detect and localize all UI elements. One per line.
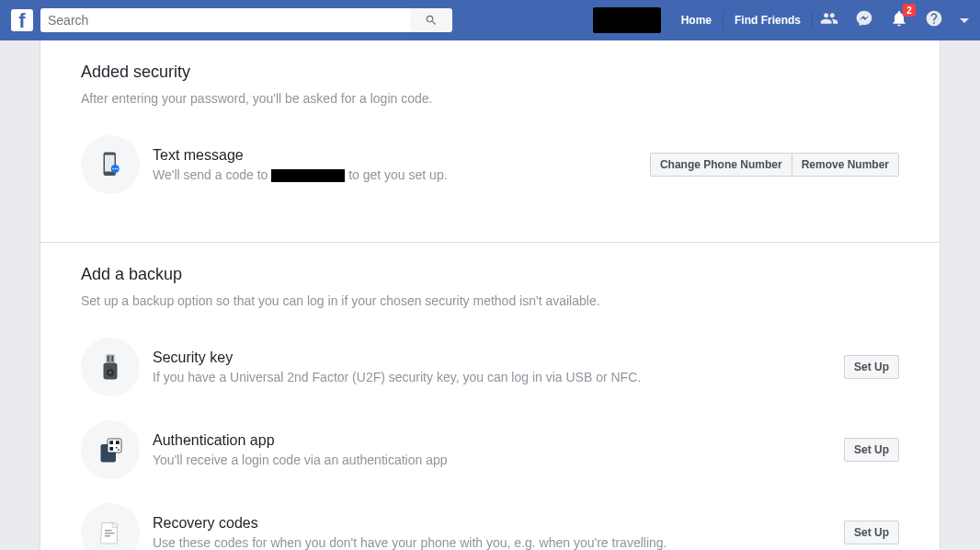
setup-auth-app-button[interactable]: Set Up <box>844 438 899 462</box>
item-title: Security key <box>153 349 831 366</box>
svg-point-4 <box>115 168 117 170</box>
svg-point-11 <box>109 372 112 374</box>
help-button[interactable] <box>925 9 943 31</box>
search-icon <box>425 14 438 27</box>
settings-card: Added security After entering your passw… <box>40 40 940 550</box>
svg-rect-20 <box>105 530 112 532</box>
svg-rect-7 <box>108 356 109 361</box>
section-title: Add a backup <box>81 265 899 284</box>
recovery-codes-item: Recovery codes Use these codes for when … <box>81 498 899 550</box>
messenger-button[interactable] <box>855 9 873 31</box>
svg-rect-8 <box>112 356 114 361</box>
security-key-item: Security key If you have a Universal 2nd… <box>81 330 899 415</box>
item-desc: You'll receive a login code via an authe… <box>153 453 831 467</box>
notifications-button[interactable]: 2 <box>890 9 908 31</box>
security-key-icon <box>81 338 140 396</box>
messenger-icon <box>855 9 873 28</box>
help-icon <box>925 9 943 28</box>
friend-requests-button[interactable] <box>820 9 838 31</box>
auth-app-item: Authentication app You'll receive a logi… <box>81 415 899 498</box>
phone-icon <box>81 135 140 194</box>
item-title: Authentication app <box>153 432 831 449</box>
auth-app-icon <box>81 420 140 479</box>
header-icons: 2 <box>820 9 969 31</box>
search-container <box>40 8 452 32</box>
nav-home[interactable]: Home <box>672 14 721 27</box>
page-body: Added security After entering your passw… <box>0 40 980 550</box>
section-title: Added security <box>81 63 899 82</box>
text-message-item: Text message We'll send a code to to get… <box>81 128 899 212</box>
svg-point-3 <box>112 168 114 170</box>
setup-security-key-button[interactable]: Set Up <box>844 355 899 379</box>
item-body: Recovery codes Use these codes for when … <box>153 515 831 550</box>
added-security-section: Added security After entering your passw… <box>40 40 940 243</box>
search-input[interactable] <box>40 8 410 32</box>
friends-icon <box>820 9 838 28</box>
setup-recovery-codes-button[interactable]: Set Up <box>844 521 899 544</box>
svg-rect-6 <box>107 355 115 363</box>
svg-rect-21 <box>105 533 115 534</box>
account-menu-caret[interactable] <box>960 18 969 23</box>
svg-rect-16 <box>109 447 113 451</box>
remove-number-button[interactable]: Remove Number <box>792 153 899 177</box>
section-desc: After entering your password, you'll be … <box>81 91 899 106</box>
profile-link[interactable] <box>593 7 661 33</box>
recovery-codes-icon <box>81 503 140 550</box>
svg-rect-18 <box>118 449 120 451</box>
svg-point-5 <box>117 168 119 170</box>
item-title: Recovery codes <box>153 515 831 532</box>
svg-rect-15 <box>116 441 120 444</box>
item-body: Authentication app You'll receive a logi… <box>153 432 831 467</box>
section-desc: Set up a backup option so that you can l… <box>81 293 899 308</box>
item-body: Security key If you have a Universal 2nd… <box>153 349 831 384</box>
button-group: Change Phone Number Remove Number <box>650 153 899 177</box>
svg-rect-14 <box>109 441 113 444</box>
facebook-logo[interactable]: f <box>11 9 33 31</box>
item-desc: We'll send a code to to get you set up. <box>153 167 637 182</box>
add-backup-section: Add a backup Set up a backup option so t… <box>40 243 940 550</box>
item-title: Text message <box>153 147 637 164</box>
notification-badge: 2 <box>903 4 916 17</box>
item-desc: If you have a Universal 2nd Factor (U2F)… <box>153 370 831 384</box>
nav-find-friends[interactable]: Find Friends <box>725 14 810 27</box>
item-desc: Use these codes for when you don't have … <box>153 535 831 550</box>
item-body: Text message We'll send a code to to get… <box>153 147 637 182</box>
change-phone-button[interactable]: Change Phone Number <box>650 153 792 177</box>
top-header: f Home Find Friends 2 <box>0 0 980 40</box>
search-button[interactable] <box>410 8 452 32</box>
svg-rect-17 <box>116 447 118 449</box>
svg-rect-22 <box>105 535 110 537</box>
redacted-phone <box>271 169 345 182</box>
